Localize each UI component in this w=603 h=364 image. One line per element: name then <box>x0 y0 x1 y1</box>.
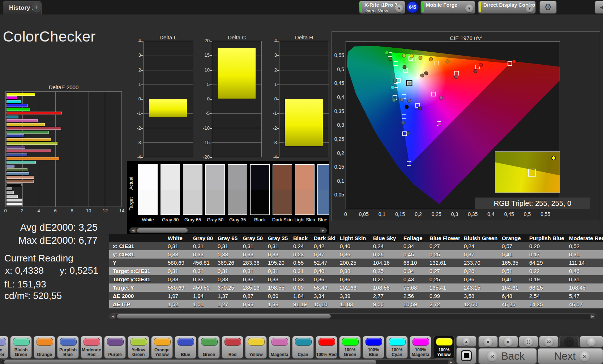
patch-button-yellow[interactable]: Yellow <box>245 336 267 359</box>
scrollbar-right-arrow[interactable]: ▶ <box>320 228 326 233</box>
measured-point <box>385 51 389 55</box>
delta-y-tick: 2 <box>268 67 277 73</box>
patch-button-magenta[interactable]: Magenta <box>269 336 290 359</box>
patch-button-bluish-green[interactable]: Bluish Green <box>10 336 32 359</box>
patch-label: Yellow Green <box>128 348 149 357</box>
patch-button-blue[interactable]: Blue <box>175 336 196 359</box>
meter-x-rite-i1pro-3[interactable]: X-Rite i1Pro 3Direct View▼ <box>359 1 405 14</box>
current-reading-title: Current Reading <box>4 253 73 264</box>
frame-size-button[interactable]: [-] <box>519 336 538 347</box>
patch-button-100-magenta[interactable]: 100% Magenta <box>410 336 431 359</box>
patch-button-yellow-green[interactable]: Yellow Green <box>128 336 149 359</box>
scrollbar-right-arrow[interactable]: ▶ <box>448 360 454 364</box>
patch-button-100-red[interactable]: 100% Red <box>316 336 337 359</box>
patch-button-purplish-blue[interactable]: Purplish Blue <box>57 336 79 359</box>
column-header-moderate-red[interactable]: Moderate Red <box>565 234 603 242</box>
patch-button-100-blue[interactable]: 100% Blue <box>363 336 384 359</box>
meter-direct-display-control[interactable]: Direct Display Control▼ <box>478 1 536 14</box>
column-header-purplish-blue[interactable]: Purplish Blue <box>526 234 565 242</box>
column-header-blue-sky[interactable]: Blue Sky <box>369 234 400 242</box>
settings-button[interactable]: ⚙ <box>539 1 557 14</box>
table-cell: 459,50 <box>189 283 214 292</box>
table-cell: 0,24 <box>460 242 498 250</box>
swatch-gray-50[interactable] <box>205 164 225 215</box>
swatch-scrollbar[interactable]: ◀▶ <box>129 228 327 233</box>
swatch-target <box>228 190 247 214</box>
chevron-down-icon[interactable]: ▼ <box>526 4 534 12</box>
measured-point <box>429 57 433 61</box>
add-tab-button[interactable]: + <box>32 3 41 12</box>
loop-button[interactable]: ∞ <box>539 336 559 347</box>
column-header-blue-flower[interactable]: Blue Flower <box>426 234 460 242</box>
patch-button-100-yellow[interactable]: 100% Yellow <box>433 336 455 359</box>
table-scrollbar[interactable]: ◀ ▶ <box>109 313 596 319</box>
cie-zoom-inset <box>495 151 560 193</box>
swatch-light-skin[interactable] <box>295 164 315 215</box>
refresh-button[interactable]: ⟳ <box>559 336 579 347</box>
swatch-blue-sky[interactable] <box>317 164 329 215</box>
column-header-gray-65[interactable]: Gray 65 <box>214 234 239 242</box>
column-header-white[interactable]: White <box>164 234 189 242</box>
delta-y-tick: 1 <box>268 82 277 87</box>
patch-button-cyan[interactable]: Cyan <box>292 336 314 359</box>
patchbar-scrollbar[interactable]: ▶ <box>1 359 455 364</box>
stop-button[interactable]: ■ <box>478 336 498 347</box>
table-scrollbar-handle[interactable] <box>117 314 331 318</box>
table-row: Target y:CIE310,330,330,330,330,330,330,… <box>109 275 603 283</box>
pattern-window-button[interactable] <box>456 347 476 364</box>
column-header-foliage[interactable]: Foliage <box>400 234 426 242</box>
column-header-bluish-green[interactable]: Bluish Green <box>460 234 498 242</box>
patch-button-blue-flower[interactable]: Blue Flower <box>0 336 8 359</box>
table-cell: 283,36 <box>239 259 264 267</box>
swatch-label: Gray 50 <box>202 217 228 222</box>
de2000-bar-gray-80 <box>7 199 22 202</box>
patch-button-green[interactable]: Green <box>198 336 220 359</box>
scrollbar-left-arrow[interactable]: ◀ <box>110 314 116 319</box>
row-label: y: CIE31 <box>109 250 164 259</box>
chevron-down-icon[interactable]: ▼ <box>395 4 403 12</box>
swatch-gray-35[interactable] <box>228 164 247 215</box>
patch-button-100-cyan[interactable]: 100% Cyan <box>386 336 408 359</box>
reading-fl: fL: 151,93 <box>4 279 46 290</box>
column-header-gray-35[interactable]: Gray 35 <box>264 234 290 242</box>
back-button[interactable]: « Back <box>478 348 537 364</box>
patch-button-100-green[interactable]: 100% Green <box>339 336 361 359</box>
patchbar-scrollbar-handle[interactable] <box>4 360 376 364</box>
target-point <box>407 161 411 166</box>
table-cell: 198,55 <box>264 283 290 292</box>
swatch-scrollbar-handle[interactable] <box>137 228 188 233</box>
patch-button-purple[interactable]: Purple <box>104 336 126 359</box>
patch-color-chip <box>60 338 77 346</box>
column-header-gray-50[interactable]: Gray 50 <box>239 234 264 242</box>
table-cell: 0,33 <box>189 250 214 259</box>
swatch-gray-80[interactable] <box>161 164 180 215</box>
chevron-down-icon[interactable]: ▼ <box>465 4 473 12</box>
de2000-bar-gray-50 <box>7 191 14 194</box>
record-button[interactable] <box>580 336 603 347</box>
column-header-black[interactable]: Black <box>290 234 310 242</box>
play-button[interactable]: ▶ <box>499 336 518 347</box>
measured-point <box>446 60 450 64</box>
measurement-count-badge[interactable]: 645 <box>406 1 419 13</box>
swatch-dark-skin[interactable] <box>273 164 292 215</box>
play-icon: ▶ <box>504 337 513 346</box>
collapse-panel-button[interactable]: ◀ <box>595 1 603 14</box>
scroll-up-button[interactable]: ▲ <box>456 336 476 347</box>
next-button[interactable]: Next » <box>538 348 603 364</box>
column-header-gray-80[interactable]: Gray 80 <box>189 234 214 242</box>
column-header-orange[interactable]: Orange <box>498 234 526 242</box>
patch-button-red[interactable]: Red <box>222 336 243 359</box>
patch-button-orange-yellow[interactable]: Orange Yellow <box>151 336 173 359</box>
column-header-light-skin[interactable]: Light Skin <box>336 234 369 242</box>
swatch-white[interactable] <box>138 164 158 215</box>
patch-button-orange[interactable]: Orange <box>34 336 55 359</box>
swatch-black[interactable] <box>250 164 270 215</box>
de2000-bar-100-magenta <box>7 96 17 99</box>
scrollbar-right-arrow[interactable]: ▶ <box>590 314 595 319</box>
patch-button-moderate-red[interactable]: Moderate Red <box>81 336 102 359</box>
column-header-dark-skin[interactable]: Dark Skin <box>310 234 336 242</box>
table-cell: 0,26 <box>369 250 400 259</box>
meter-mobile-forge[interactable]: Mobile Forge▼ <box>420 1 475 14</box>
swatch-gray-65[interactable] <box>183 164 202 215</box>
scrollbar-left-arrow[interactable]: ◀ <box>131 228 136 233</box>
